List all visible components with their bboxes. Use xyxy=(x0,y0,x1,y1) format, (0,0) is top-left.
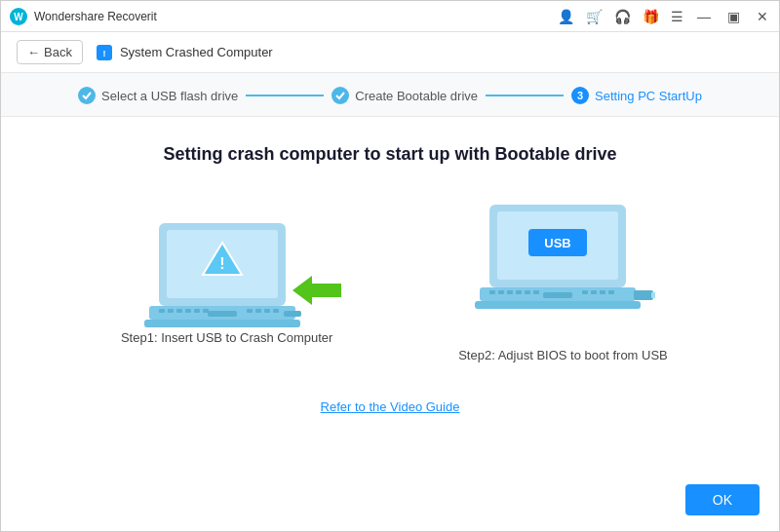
video-guide-link[interactable]: Refer to the Video Guide xyxy=(321,399,460,414)
svg-rect-39 xyxy=(600,290,605,294)
svg-rect-11 xyxy=(159,309,165,313)
svg-text:!: ! xyxy=(219,255,224,272)
video-guide: Refer to the Video Guide xyxy=(321,398,460,415)
step1-illustration: ! xyxy=(112,218,341,345)
step-1-check xyxy=(78,87,96,104)
step-2-check xyxy=(332,87,349,104)
svg-rect-38 xyxy=(591,290,597,294)
step-2: Create Bootable drive xyxy=(332,87,478,104)
main-content: Setting crash computer to start up with … xyxy=(1,117,779,435)
svg-text:USB: USB xyxy=(545,236,571,250)
close-button[interactable]: ✕ xyxy=(754,8,771,25)
svg-rect-18 xyxy=(255,309,261,313)
illustrations: ! xyxy=(112,200,668,362)
step2-label: Step2: Adjust BIOS to boot from USB xyxy=(458,348,668,362)
svg-rect-13 xyxy=(176,309,182,313)
svg-rect-40 xyxy=(608,290,614,294)
usb-laptop-svg: USB xyxy=(470,200,655,326)
step-3-check: 3 xyxy=(571,87,589,104)
title-bar: W Wondershare Recoverit 👤 🛒 🎧 🎁 ☰ — ▣ ✕ xyxy=(1,1,779,32)
ok-button[interactable]: OK xyxy=(685,484,760,515)
back-arrow-icon: ← xyxy=(27,45,40,59)
user-icon[interactable]: 👤 xyxy=(558,9,574,24)
svg-rect-12 xyxy=(168,309,174,313)
title-bar-controls: 👤 🛒 🎧 🎁 ☰ — ▣ ✕ xyxy=(558,8,771,25)
svg-rect-15 xyxy=(194,309,200,313)
svg-rect-41 xyxy=(475,301,641,309)
svg-rect-35 xyxy=(525,290,530,294)
svg-rect-16 xyxy=(203,309,209,313)
main-title: Setting crash computer to start up with … xyxy=(163,144,616,165)
step-line-1 xyxy=(246,95,324,96)
svg-text:W: W xyxy=(14,12,23,22)
minimize-button[interactable]: — xyxy=(695,8,713,25)
step-1: Select a USB flash drive xyxy=(78,87,238,104)
svg-rect-20 xyxy=(273,309,279,313)
app-logo-icon: W xyxy=(9,7,28,26)
svg-rect-21 xyxy=(144,320,300,327)
crashed-laptop-svg: ! xyxy=(139,218,315,345)
nav-bar: ← Back ! System Crashed Computer xyxy=(1,32,779,73)
app-name: Wondershare Recoverit xyxy=(34,10,157,23)
svg-rect-14 xyxy=(185,309,191,313)
steps-bar: Select a USB flash drive Create Bootable… xyxy=(1,73,779,117)
back-label: Back xyxy=(44,45,72,59)
svg-rect-9 xyxy=(208,311,237,317)
title-bar-left: W Wondershare Recoverit xyxy=(9,7,157,26)
menu-icon[interactable]: ☰ xyxy=(671,9,683,24)
svg-rect-37 xyxy=(582,290,588,294)
back-button[interactable]: ← Back xyxy=(17,40,83,64)
svg-rect-33 xyxy=(507,290,513,294)
gift-icon[interactable]: 🎁 xyxy=(643,9,659,24)
page-title: System Crashed Computer xyxy=(120,45,273,59)
svg-rect-29 xyxy=(634,290,653,300)
usb-arrow-icon xyxy=(292,276,341,305)
svg-marker-22 xyxy=(292,276,341,305)
step-3-label: Setting PC StartUp xyxy=(595,89,702,103)
svg-rect-19 xyxy=(264,309,270,313)
step-2-label: Create Bootable drive xyxy=(355,89,478,103)
step-3: 3 Setting PC StartUp xyxy=(571,87,702,104)
cart-icon[interactable]: 🛒 xyxy=(586,9,603,24)
step-1-label: Select a USB flash drive xyxy=(101,89,238,103)
step2-illustration: USB Ste xyxy=(458,200,668,362)
support-icon[interactable]: 🎧 xyxy=(614,9,631,24)
svg-rect-34 xyxy=(516,290,522,294)
svg-rect-32 xyxy=(498,290,504,294)
page-icon: ! xyxy=(95,43,114,62)
step1-label: Step1: Insert USB to Crash Computer xyxy=(121,330,332,345)
svg-rect-28 xyxy=(543,292,572,298)
maximize-button[interactable]: ▣ xyxy=(724,8,742,25)
ok-button-container: OK xyxy=(685,484,760,515)
svg-rect-10 xyxy=(284,311,301,317)
svg-rect-36 xyxy=(533,290,539,294)
svg-rect-17 xyxy=(247,309,253,313)
svg-rect-31 xyxy=(489,290,495,294)
svg-rect-30 xyxy=(651,292,655,298)
step-line-2 xyxy=(486,95,564,96)
svg-text:!: ! xyxy=(102,49,105,58)
